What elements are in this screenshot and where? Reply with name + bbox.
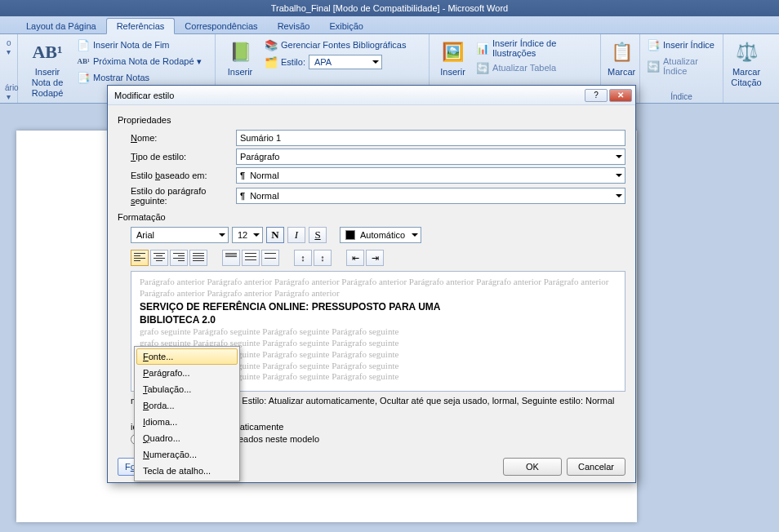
space-before-dec-button[interactable]: ↕︎ — [314, 250, 332, 266]
close-button[interactable]: ✕ — [609, 89, 632, 102]
index-group-label: Índice — [645, 91, 718, 101]
mark-citation-icon: ⚖️ — [733, 39, 759, 65]
index-icon: 📑 — [647, 38, 660, 51]
ribbon-tabs: Layout da Página Referências Correspondê… — [0, 16, 779, 34]
formatting-section: Formatação — [118, 212, 625, 222]
align-left-icon — [134, 253, 145, 263]
next-footnote[interactable]: AB¹ Próxima Nota de Rodapé ▾ — [75, 54, 203, 69]
based-on-select[interactable]: ¶ Normal — [236, 167, 625, 184]
update-index-icon: 🔄 — [647, 60, 660, 73]
menu-border[interactable]: Borda... — [136, 397, 238, 414]
bold-button[interactable]: N — [266, 227, 284, 243]
menu-tabulation[interactable]: Tabulação... — [136, 381, 238, 397]
cancel-button[interactable]: Cancelar — [567, 458, 625, 476]
font-size-select[interactable]: 12 — [232, 227, 263, 243]
mark-citation-button[interactable]: ⚖️ Marcar Citação — [728, 38, 764, 100]
mark-icon: 📋 — [608, 39, 634, 65]
menu-frame[interactable]: Quadro... — [136, 430, 238, 446]
color-swatch-icon — [345, 230, 355, 240]
update-table-icon: 🔄 — [476, 61, 489, 74]
update-index[interactable]: 🔄 Atualizar Índice — [645, 55, 718, 77]
align-left-button[interactable] — [131, 250, 149, 266]
name-label: NNome:ome: — [118, 133, 236, 143]
align-justify-button[interactable] — [189, 250, 207, 266]
manage-sources[interactable]: 📚 Gerenciar Fontes Bibliográficas — [263, 38, 407, 52]
show-notes[interactable]: 📑 Mostrar Notas — [75, 70, 203, 85]
sources-icon: 📚 — [265, 38, 278, 51]
indent-dec-button[interactable]: ⇤ — [346, 250, 364, 266]
help-button[interactable]: ? — [585, 89, 608, 102]
menu-font[interactable]: Fonte... — [136, 348, 238, 365]
tab-review[interactable]: Revisão — [268, 19, 320, 33]
menu-language[interactable]: Idioma... — [136, 414, 238, 430]
align-right-icon — [173, 253, 185, 263]
window-titlebar: Trabalho_Final [Modo de Compatibilidade]… — [0, 0, 779, 16]
spacing-2-icon — [265, 253, 276, 263]
tab-view[interactable]: Exibição — [319, 19, 373, 33]
caption-icon: 🖼️ — [440, 39, 466, 65]
next-style-label: Estilo do parágrafo seguinte: — [118, 186, 236, 206]
endnote-icon: 📄 — [77, 38, 90, 51]
type-label: Tipo de estilo: — [118, 152, 236, 162]
tab-mailings[interactable]: Correspondências — [175, 19, 267, 33]
spacing-1-icon — [225, 253, 237, 263]
insert-footnote-button[interactable]: AB¹ Inserir Nota de Rodapé — [23, 38, 72, 101]
tab-references[interactable]: Referências — [106, 18, 176, 34]
align-justify-icon — [193, 253, 204, 263]
toc-partial[interactable]: o ▾ — [5, 38, 12, 57]
dialog-titlebar: Modificar estilo ? ✕ — [108, 86, 635, 105]
font-color-select[interactable]: Automático — [340, 227, 421, 243]
align-center-icon — [154, 253, 165, 263]
next-style-select[interactable]: ¶ Normal — [236, 188, 625, 204]
toc-group-label: ário ▾ — [5, 82, 12, 101]
align-right-button[interactable] — [170, 250, 188, 266]
line-spacing-1-5-button[interactable] — [242, 250, 260, 266]
indent-inc-button[interactable]: ⇥ — [366, 250, 384, 266]
spacing-1-5-icon — [245, 253, 256, 263]
italic-button[interactable]: I — [287, 227, 305, 243]
format-context-menu: Fonte... Parágrafo... Tabulação... Borda… — [134, 346, 240, 481]
ok-button[interactable]: OK — [503, 458, 562, 476]
insert-index[interactable]: 📑 Inserir Índice — [645, 38, 718, 52]
font-family-select[interactable]: Arial — [131, 227, 229, 243]
tab-layout[interactable]: Layout da Página — [16, 19, 106, 33]
style-icon: 🗂️ — [265, 55, 278, 69]
dialog-title: Modificar estilo — [114, 91, 583, 100]
figures-index-icon: 📊 — [476, 42, 489, 55]
citation-style[interactable]: 🗂️ Estilo: APA — [263, 54, 407, 70]
footnote-icon: AB¹ — [34, 39, 60, 65]
pilcrow-icon: ¶ — [240, 171, 245, 180]
space-before-inc-button[interactable]: ↕︎ — [294, 250, 312, 266]
insert-endnote[interactable]: 📄 Inserir Nota de Fim — [75, 38, 203, 52]
underline-button[interactable]: S — [309, 227, 327, 243]
pilcrow-icon: ¶ — [240, 191, 245, 201]
based-on-label: Estilo baseado em: — [118, 171, 236, 180]
style-type-select[interactable]: Parágrafo — [236, 149, 625, 165]
update-table[interactable]: 🔄 Atualizar Tabela — [474, 60, 595, 75]
next-footnote-icon: AB¹ — [77, 55, 90, 68]
properties-section: Propriedades — [118, 115, 625, 125]
style-select[interactable]: APA — [309, 55, 382, 69]
line-spacing-1-button[interactable] — [222, 250, 240, 266]
show-notes-icon: 📑 — [77, 71, 90, 84]
menu-numbering[interactable]: Numeração... — [136, 446, 238, 463]
insert-table-figures[interactable]: 📊 Inserir Índice de Ilustrações — [474, 38, 595, 59]
align-center-button[interactable] — [150, 250, 168, 266]
style-name-input[interactable]: Sumário 1 — [236, 130, 625, 146]
menu-shortcut[interactable]: Tecla de atalho... — [136, 463, 238, 479]
menu-paragraph[interactable]: Parágrafo... — [136, 365, 238, 381]
citation-icon: 📗 — [227, 39, 253, 65]
line-spacing-2-button[interactable] — [261, 250, 279, 266]
